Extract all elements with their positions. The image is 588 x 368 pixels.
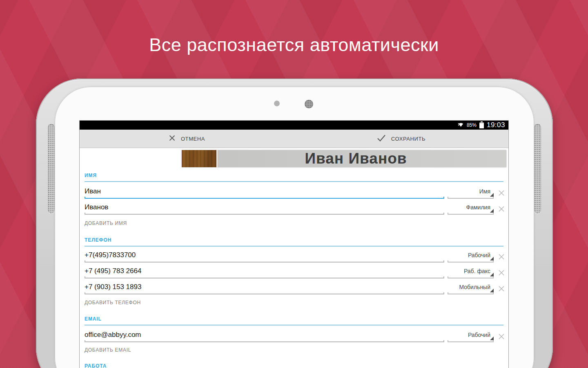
section-title: ТЕЛЕФОН <box>85 237 111 243</box>
field-type-label: Фамилия <box>466 204 490 211</box>
wifi-icon <box>457 121 464 129</box>
dropdown-caret-icon <box>490 273 494 276</box>
dropdown-caret-icon <box>490 209 494 213</box>
dropdown-caret-icon <box>490 193 494 197</box>
field-row-phone-fax: +7 (495) 783 2664 Раб. факс <box>80 263 508 278</box>
add-email-button[interactable]: ДОБАВИТЬ EMAIL <box>80 342 508 358</box>
field-underline <box>85 292 444 294</box>
field-type-label: Мобильный <box>459 284 490 290</box>
dropdown-caret-icon <box>490 257 494 260</box>
battery-percent: 85% <box>467 122 477 128</box>
x-icon <box>498 269 505 276</box>
save-button[interactable]: СОХРАНИТЬ <box>294 130 508 148</box>
add-phone-button[interactable]: ДОБАВИТЬ ТЕЛЕФОН <box>80 294 508 311</box>
right-speaker-grille-icon <box>534 124 541 213</box>
phone-work-input[interactable]: +7(495)7833700 <box>85 251 136 259</box>
front-camera-icon <box>305 100 313 108</box>
x-icon <box>498 333 505 340</box>
field-type-label: Рабочий <box>468 252 490 258</box>
field-row-first-name: Иван Имя <box>80 182 508 199</box>
card-recognized-name: Иван Иванов <box>218 150 506 167</box>
spinner-underline <box>448 292 494 294</box>
battery-icon <box>479 122 484 128</box>
clock: 19:03 <box>487 121 505 129</box>
tablet-screen: 85% 19:03 ОТМЕНА <box>80 121 508 368</box>
field-type-spinner[interactable]: Имя <box>448 182 494 199</box>
x-icon <box>498 254 505 260</box>
section-title: РАБОТА <box>85 363 107 368</box>
contact-edit-form[interactable]: Иван Иванов ИМЯ Иван Имя <box>80 148 508 368</box>
remove-field-button[interactable] <box>494 247 506 263</box>
status-bar: 85% 19:03 <box>80 121 508 130</box>
check-icon <box>377 135 386 143</box>
add-name-button[interactable]: ДОБАВИТЬ ИМЯ <box>80 215 508 232</box>
field-type-spinner[interactable]: Фамилия <box>448 199 494 215</box>
section-title: EMAIL <box>85 316 102 322</box>
cancel-button[interactable]: ОТМЕНА <box>80 130 294 148</box>
phone-fax-input[interactable]: +7 (495) 783 2664 <box>85 267 141 275</box>
card-photo-fragment <box>182 150 218 167</box>
spinner-underline <box>448 213 494 215</box>
section-header-work: РАБОТА <box>85 358 503 368</box>
save-label: СОХРАНИТЬ <box>391 136 425 142</box>
x-icon <box>498 190 505 196</box>
field-type-spinner[interactable]: Рабочий <box>448 247 494 263</box>
remove-field-button[interactable] <box>494 199 506 215</box>
remove-field-button[interactable] <box>494 278 506 294</box>
field-type-label: Раб. факс <box>464 268 490 274</box>
field-type-spinner[interactable]: Рабочий <box>448 325 494 342</box>
first-name-input[interactable]: Иван <box>85 187 101 195</box>
dropdown-caret-icon <box>490 289 494 292</box>
dropdown-caret-icon <box>490 337 494 340</box>
x-icon <box>498 206 505 212</box>
field-type-spinner[interactable]: Раб. факс <box>448 263 494 278</box>
field-row-email-work: office@abbyy.com Рабочий <box>80 325 508 342</box>
business-card-preview: Иван Иванов <box>182 150 506 167</box>
field-type-label: Рабочий <box>468 332 490 338</box>
field-type-label: Имя <box>479 188 490 195</box>
remove-field-button[interactable] <box>494 182 506 199</box>
cancel-label: ОТМЕНА <box>181 136 205 142</box>
email-work-input[interactable]: office@abbyy.com <box>85 331 141 339</box>
promo-page: Все распознается автоматически 85% 19:03 <box>0 0 588 368</box>
last-name-input[interactable]: Иванов <box>85 203 108 211</box>
field-row-phone-mobile: +7 (903) 153 1893 Мобильный <box>80 278 508 294</box>
field-type-spinner[interactable]: Мобильный <box>448 278 494 294</box>
tablet-device: 85% 19:03 ОТМЕНА <box>36 79 553 368</box>
field-row-last-name: Иванов Фамилия <box>80 199 508 215</box>
page-title: Все распознается автоматически <box>0 34 588 56</box>
x-icon <box>498 285 505 292</box>
section-header-email: EMAIL <box>85 311 503 325</box>
remove-field-button[interactable] <box>494 263 506 278</box>
spinner-underline <box>448 340 494 342</box>
field-underline <box>85 340 444 342</box>
light-sensor-dot <box>274 101 280 106</box>
field-underline <box>85 213 444 215</box>
left-speaker-grille-icon <box>48 124 55 213</box>
section-header-phone: ТЕЛЕФОН <box>85 232 503 247</box>
section-header-name: ИМЯ <box>85 167 503 182</box>
section-title: ИМЯ <box>85 173 97 178</box>
remove-field-button[interactable] <box>494 325 506 342</box>
field-row-phone-work: +7(495)7833700 Рабочий <box>80 247 508 263</box>
phone-mobile-input[interactable]: +7 (903) 153 1893 <box>85 283 141 291</box>
action-bar: ОТМЕНА СОХРАНИТЬ <box>80 130 508 148</box>
x-icon <box>169 135 176 143</box>
